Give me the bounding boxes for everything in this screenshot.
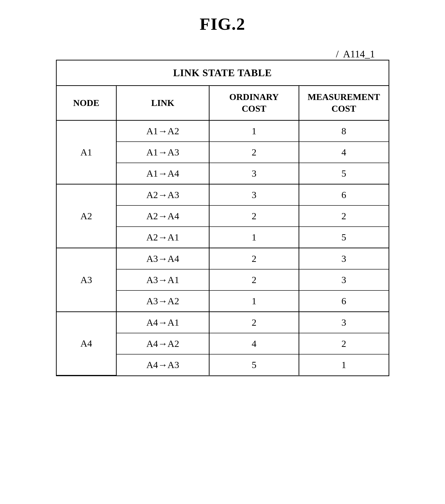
measurement-cost-cell: 6 [299,290,388,312]
link-cell: A2→A4 [116,205,209,227]
measurement-cost-cell: 4 [299,142,388,163]
measurement-cost-cell: 2 [299,205,388,227]
measurement-cost-cell: 2 [299,333,388,354]
measurement-cost-cell: 3 [299,248,388,269]
measurement-cost-cell: 1 [299,354,388,375]
callout-label: A114_1 [343,48,375,60]
main-header-cell: LINK STATE TABLE [57,60,389,86]
column-headers: NODE LINK ORDINARYCOST MEASUREMENTCOST [57,86,389,121]
link-cell: A3→A4 [116,248,209,269]
ordinary-cost-cell: 1 [209,227,299,248]
ordinary-cost-cell: 2 [209,142,299,163]
ordinary-cost-cell: 2 [209,269,299,290]
col-header-measurement: MEASUREMENTCOST [299,86,388,121]
link-cell: A1→A2 [116,120,209,142]
link-cell: A1→A4 [116,163,209,184]
measurement-cost-cell: 5 [299,227,388,248]
link-cell: A4→A3 [116,354,209,375]
measurement-cost-cell: 3 [299,269,388,290]
measurement-cost-cell: 3 [299,312,388,333]
node-cell: A4 [57,312,116,375]
table-row: A2A2→A336 [57,184,389,205]
ordinary-cost-cell: 2 [209,248,299,269]
link-cell: A3→A2 [116,290,209,312]
measurement-cost-cell: 6 [299,184,388,205]
col-header-ordinary: ORDINARYCOST [209,86,299,121]
link-cell: A4→A2 [116,333,209,354]
link-cell: A2→A1 [116,227,209,248]
col-header-node: NODE [57,86,116,121]
link-cell: A1→A3 [116,142,209,163]
page-title: FIG.2 [199,14,245,34]
node-cell: A3 [57,248,116,312]
ordinary-cost-cell: 4 [209,333,299,354]
table-row: A3A3→A423 [57,248,389,269]
table-row: A1A1→A218 [57,120,389,142]
measurement-cost-cell: 5 [299,163,388,184]
label-area: A114_1 [56,48,389,60]
ordinary-cost-cell: 3 [209,163,299,184]
link-cell: A4→A1 [116,312,209,333]
link-state-table: LINK STATE TABLE NODE LINK ORDINARYCOST … [56,60,389,376]
link-cell: A2→A3 [116,184,209,205]
ordinary-cost-cell: 2 [209,205,299,227]
measurement-cost-cell: 8 [299,120,388,142]
node-cell: A2 [57,184,116,248]
table-main-header: LINK STATE TABLE [57,60,389,86]
ordinary-cost-cell: 1 [209,120,299,142]
ordinary-cost-cell: 1 [209,290,299,312]
node-cell: A1 [57,120,116,184]
link-cell: A3→A1 [116,269,209,290]
col-header-link: LINK [116,86,209,121]
table-row: A4A4→A123 [57,312,389,333]
ordinary-cost-cell: 2 [209,312,299,333]
ordinary-cost-cell: 3 [209,184,299,205]
ordinary-cost-cell: 5 [209,354,299,375]
